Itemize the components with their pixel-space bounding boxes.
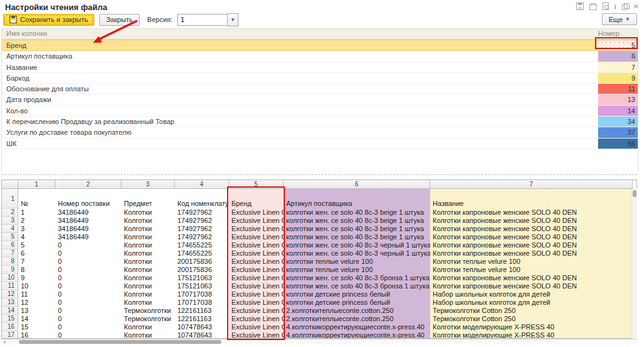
sheet-row-header[interactable]: 17 [2, 331, 18, 339]
mapping-row[interactable]: Название7 [2, 62, 638, 73]
sheet-cell[interactable]: 13 [18, 307, 55, 315]
column-number-cell[interactable]: 37 [598, 127, 638, 137]
sheet-row-header[interactable]: 14 [2, 307, 18, 315]
sheet-cell[interactable]: 174927962 [175, 225, 229, 233]
sheet-row-header[interactable]: 7 [2, 249, 18, 258]
sheet-column-header[interactable]: 6 [284, 180, 430, 189]
sheet-row-header[interactable]: 11 [2, 282, 18, 290]
sheet-cell[interactable]: Колготки [121, 331, 175, 339]
sheet-cell[interactable]: колготки жен. се solo 40 8с-3 beige 1 шт… [284, 233, 430, 241]
sheet-cell[interactable]: 0 [55, 266, 121, 274]
sheet-cell[interactable]: Колготки капроновые женские SOLO 40 DEN [430, 241, 633, 249]
column-number-cell[interactable]: 56 [598, 139, 638, 149]
sheet-cell[interactable]: 0 [55, 274, 121, 282]
sheet-cell[interactable]: 10 [18, 282, 55, 290]
sheet-cell[interactable]: Колготки капроновые женские SOLO 40 DEN [430, 282, 633, 290]
sheet-row-header[interactable]: 16 [2, 323, 18, 331]
sheet-cell[interactable]: Колготки капроновые женские SOLO 40 DEN [430, 217, 633, 225]
column-number-cell[interactable]: 14 [598, 106, 638, 116]
sheet-cell[interactable]: 170717038 [175, 299, 229, 307]
sheet-cell[interactable]: Колготки моделирующие X-PRESS 40 [430, 323, 633, 331]
sheet-row-header[interactable]: 6 [2, 241, 18, 249]
sheet-cell[interactable]: 0 [55, 290, 121, 299]
sheet-cell[interactable]: Колготки капроновые женские SOLO 40 DEN [430, 249, 633, 258]
sheet-cell[interactable]: 5 [18, 241, 55, 249]
column-number-cell[interactable]: 5 [598, 40, 638, 50]
close-icon[interactable]: ✕ [633, 3, 639, 10]
mapping-row[interactable]: Бренд5 [2, 40, 638, 51]
sheet-cell[interactable]: Exclusive Linen Colle [229, 274, 284, 282]
sheet-cell[interactable]: 174655225 [175, 241, 229, 249]
sheet-row-header[interactable]: 12 [2, 290, 18, 299]
sheet-cell[interactable]: Название [430, 189, 633, 208]
sheet-cell[interactable]: Колготки теплые velure 100 [430, 266, 633, 274]
sheet-cell[interactable]: Exclusive Linen Colle [229, 249, 284, 258]
sheet-cell[interactable]: Колготки [121, 258, 175, 266]
sheet-cell[interactable]: 9 [18, 274, 55, 282]
sheet-cell[interactable]: колготки жен. се solo 40 8с-3 beige 1 шт… [284, 225, 430, 233]
sheet-cell[interactable]: 174927962 [175, 217, 229, 225]
sheet-column-header[interactable]: 7 [430, 180, 633, 189]
version-input[interactable] [177, 14, 227, 26]
sheet-cell[interactable]: колготки жен. се solo 40 8с-3 beige 1 шт… [284, 208, 430, 217]
sheet-cell[interactable]: № [18, 189, 55, 208]
sheet-column-header[interactable]: 3 [121, 180, 175, 189]
sheet-row-header[interactable]: 10 [2, 274, 18, 282]
sheet-cell[interactable]: 0 [55, 282, 121, 290]
column-number-cell[interactable]: 13 [598, 94, 638, 105]
sheet-cell[interactable]: Колготки [121, 299, 175, 307]
sheet-cell[interactable]: Бренд [229, 189, 284, 208]
sheet-cell[interactable]: 8 [18, 266, 55, 274]
sheet-column-header[interactable]: 4 [175, 180, 229, 189]
mapping-row[interactable]: Обоснование для оплаты11 [2, 84, 638, 94]
sheet-cell[interactable]: Exclusive Linen Colle [229, 258, 284, 266]
sheet-cell[interactable]: 170717038 [175, 290, 229, 299]
save-icon[interactable] [576, 3, 584, 10]
sheet-cell[interactable]: Колготки капроновые женские SOLO 40 DEN [430, 274, 633, 282]
sheet-corner-cell[interactable] [2, 180, 18, 189]
column-number-cell[interactable]: 34 [598, 117, 638, 127]
sheet-cell[interactable]: 0 [55, 241, 121, 249]
sheet-cell[interactable]: Термоколготки Cotton 250 [430, 315, 633, 323]
sheet-cell[interactable]: 1 [18, 208, 55, 217]
find-icon[interactable] [602, 3, 609, 10]
column-number-cell[interactable]: 11 [598, 84, 638, 94]
sheet-cell[interactable]: 12 [18, 299, 55, 307]
mapping-row[interactable]: Баркод9 [2, 73, 638, 84]
mapping-row[interactable]: ШК56 [2, 139, 638, 149]
sheet-cell[interactable]: 2.колготкитеплыеconte.cotton.250 [284, 307, 430, 315]
sheet-cell[interactable]: Колготки [121, 225, 175, 233]
sheet-cell[interactable]: 34186449 [55, 225, 121, 233]
horizontal-scrollbar-thumb[interactable] [19, 340, 221, 344]
sheet-row-header[interactable]: 5 [2, 233, 18, 241]
sheet-cell[interactable]: 3 [18, 225, 55, 233]
sheet-cell[interactable]: 34186449 [55, 233, 121, 241]
sheet-cell[interactable]: 15 [18, 323, 55, 331]
sheet-cell[interactable]: 0 [55, 323, 121, 331]
sheet-cell[interactable]: Термоколготки [121, 307, 175, 315]
sheet-cell[interactable]: Колготки [121, 208, 175, 217]
sheet-cell[interactable]: 174927962 [175, 233, 229, 241]
sheet-cell[interactable]: Колготки [121, 323, 175, 331]
sheet-cell[interactable]: Колготки [121, 282, 175, 290]
info-icon[interactable]: i [614, 3, 616, 10]
sheet-cell[interactable]: Колготки [121, 217, 175, 225]
restore-icon[interactable] [622, 4, 628, 10]
sheet-cell[interactable]: 200175836 [175, 258, 229, 266]
sheet-cell[interactable]: 4.колготкикорректирующиеconte.x-press.40 [284, 323, 430, 331]
sheet-cell[interactable]: 0 [55, 307, 121, 315]
sheet-cell[interactable]: 7 [18, 258, 55, 266]
sheet-cell[interactable]: Колготки [121, 274, 175, 282]
sheet-cell[interactable]: 0 [55, 315, 121, 323]
sheet-cell[interactable]: колготки жен. се solo 40 8с-3 beige 1 шт… [284, 217, 430, 225]
sheet-cell[interactable]: 0 [55, 331, 121, 339]
sheet-cell[interactable]: 14 [18, 315, 55, 323]
sheet-row-header[interactable]: 1 [2, 189, 18, 208]
sheet-cell[interactable]: 107478643 [175, 331, 229, 339]
sheet-cell[interactable]: Колготки теплые velure 100 [430, 258, 633, 266]
column-number-cell[interactable]: 7 [598, 62, 638, 72]
sheet-cell[interactable]: 2.колготкитеплыеconte.cotton.250 [284, 315, 430, 323]
save-and-close-button[interactable]: Сохранить и закрыть [3, 14, 94, 26]
sheet-cell[interactable]: 200175836 [175, 266, 229, 274]
mapping-row[interactable]: Услуги по доставке товара покупателю37 [2, 127, 638, 138]
